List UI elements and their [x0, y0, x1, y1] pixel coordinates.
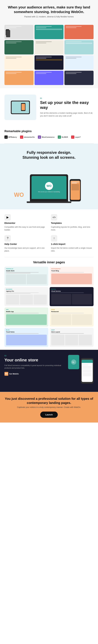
- store-title: Your online store: [4, 358, 65, 362]
- setup-text-block: 01 Set up your site the easy way Get all…: [40, 98, 94, 117]
- woocommerce-label: WooCommerce: [42, 136, 54, 138]
- screenshot-card-11: [34, 71, 64, 85]
- v-bar-4: [6, 292, 39, 293]
- laptop-logo: WO: [45, 182, 53, 190]
- v-tag-7: Blog: [6, 330, 47, 330]
- store-brand-block: WO Get WebOn: [4, 372, 65, 376]
- features-section: ▶ Elementor Compatible with this easy to…: [0, 209, 98, 257]
- tablet-mockup: [11, 100, 30, 114]
- wo-svg-logo: WO: [14, 191, 24, 198]
- store-sc-item-3: [82, 373, 92, 376]
- screenshot-card-9: [64, 56, 94, 70]
- v-img-2: [51, 274, 92, 284]
- v-tag-4: Digital: [51, 289, 92, 290]
- versatile-grid-1: Portfolio Studio Work Photography Travel…: [4, 267, 94, 306]
- plugin-elementor: e elementorOn: [20, 136, 35, 139]
- seven-label: Layer7: [75, 136, 80, 138]
- setup-section: 01 Set up your site the easy way Get all…: [0, 88, 98, 126]
- help-icon: ?: [7, 236, 8, 240]
- v-bar-8: [51, 313, 84, 313]
- help-feature-icon: ?: [4, 235, 11, 242]
- setup-desc: Get all the elements a modern landing pa…: [40, 112, 94, 117]
- webon-brand-logo: WO: [4, 372, 8, 376]
- store-desc: Full WooCommerce compatibility & great l…: [4, 364, 65, 369]
- plugin-woocommerce: W WooCommerce: [38, 136, 54, 139]
- versatile-card-4: Digital Cloud Service: [50, 287, 94, 306]
- screenshot-card-8: [34, 56, 64, 70]
- v-tag-8: Shop: [51, 330, 92, 330]
- cta-subtitle: Captivate your visitors in a truly conte…: [4, 406, 94, 408]
- wo-logo-decoration: WO: [14, 191, 24, 198]
- woocommerce-icon: W: [38, 136, 41, 139]
- store-product-icon: 🛍: [70, 359, 77, 365]
- screenshot-card-2: [34, 25, 64, 39]
- phone-bar-2: [72, 183, 77, 184]
- import-feature-desc: Import the full demo content with a sing…: [51, 246, 94, 252]
- laptop-screen: WO We convert your children's handwritin…: [32, 176, 66, 199]
- slider-label: SLIDER: [62, 136, 68, 138]
- phone-mockup-small: [21, 103, 26, 111]
- v-title-8: Store Layout: [51, 331, 92, 333]
- laptop-base: [27, 202, 71, 203]
- store-phone-screen: [82, 360, 93, 382]
- v-bar-3: [51, 272, 84, 272]
- cta-section: You just discovered a professional solut…: [0, 392, 98, 422]
- v-bar-2: [6, 273, 30, 273]
- laptop-screen-text: We convert your children's handwriting: [36, 191, 62, 193]
- laptop-group: WO We convert your children's handwritin…: [27, 174, 71, 203]
- help-center-desc: Our knowledge base and pro support, all …: [4, 246, 47, 252]
- v-tag-6: Food: [51, 309, 92, 310]
- plugin-wpbakery: W WPBakery: [4, 136, 17, 139]
- feature-import: ↑ 1-click Import Import the full demo co…: [51, 235, 94, 252]
- v-bar-7: [6, 313, 39, 313]
- hero-subtitle: Packed with 11 modern, diverse & fully f…: [4, 16, 94, 18]
- v-bar-5: [6, 293, 30, 294]
- plugin-seven: 7 Layer7: [71, 136, 80, 139]
- setup-device-visual: [4, 94, 36, 120]
- elementor-feature-desc: Compatible with this easy to use front-e…: [4, 226, 47, 231]
- plugins-logos: W WPBakery e elementorOn W WooCommerce S…: [4, 136, 94, 139]
- feature-elementor: ▶ Elementor Compatible with this easy to…: [4, 214, 47, 231]
- versatile-card-3: Business Agency Pro: [4, 287, 48, 306]
- templates-feature-icon: </>: [51, 214, 57, 220]
- v-title-7: Travel Notes: [6, 331, 47, 333]
- versatile-card-5: App Mobile App: [4, 308, 48, 326]
- screenshot-card-5: [34, 40, 64, 54]
- v-title-1: Studio Work: [6, 270, 47, 272]
- versatile-section: Versatile inner pages Portfolio Studio W…: [0, 257, 98, 350]
- phone-bar-1: [72, 182, 79, 182]
- v-bar-10: [51, 333, 84, 334]
- slider-icon: S: [58, 136, 61, 139]
- laptop-mockup: WO We convert your children's handwritin…: [30, 174, 68, 202]
- cta-title: You just discovered a professional solut…: [4, 396, 94, 405]
- wpbakery-icon: W: [4, 136, 8, 139]
- templates-feature-title: Templates: [51, 222, 94, 224]
- store-product-card: 🛍: [68, 355, 79, 369]
- import-feature-icon: ↑: [51, 235, 57, 242]
- plugin-slider: S SLIDER: [58, 136, 68, 139]
- screenshot-card-1: [4, 25, 34, 39]
- screenshot-card-7: [4, 56, 34, 70]
- store-text-block: 02 Your online store Full WooCommerce co…: [4, 355, 65, 376]
- features-grid: ▶ Elementor Compatible with this easy to…: [4, 214, 94, 252]
- setup-title: Set up your site the easy way: [40, 100, 94, 110]
- v-title-4: Cloud Service: [51, 290, 92, 292]
- elementor-label: elementorOn: [24, 136, 35, 138]
- responsive-devices: WO We convert your children's handwritin…: [4, 165, 94, 203]
- wpbakery-label: WPBakery: [8, 136, 17, 138]
- versatile-card-8: Shop Store Layout: [50, 328, 94, 347]
- plugins-section: Remarkable plugins W WPBakery e elemento…: [0, 126, 98, 144]
- v-bar-1: [6, 272, 39, 272]
- v-title-5: Mobile App: [6, 311, 47, 312]
- store-screen-content: [82, 363, 93, 378]
- store-screen-header: [82, 360, 93, 363]
- launch-button[interactable]: Launch: [40, 412, 58, 418]
- responsive-section: Fully responsive design.Stunning look on…: [0, 144, 98, 209]
- versatile-card-7: Blog Travel Notes: [4, 328, 48, 347]
- screenshot-card-10: [4, 71, 34, 85]
- setup-tag: 01: [40, 98, 94, 99]
- svg-text:🛍: 🛍: [72, 361, 74, 364]
- store-section: 02 Your online store Full WooCommerce co…: [0, 350, 98, 392]
- elementor-feature-title: Elementor: [4, 222, 47, 224]
- elementor-feature-icon: ▶: [4, 214, 11, 220]
